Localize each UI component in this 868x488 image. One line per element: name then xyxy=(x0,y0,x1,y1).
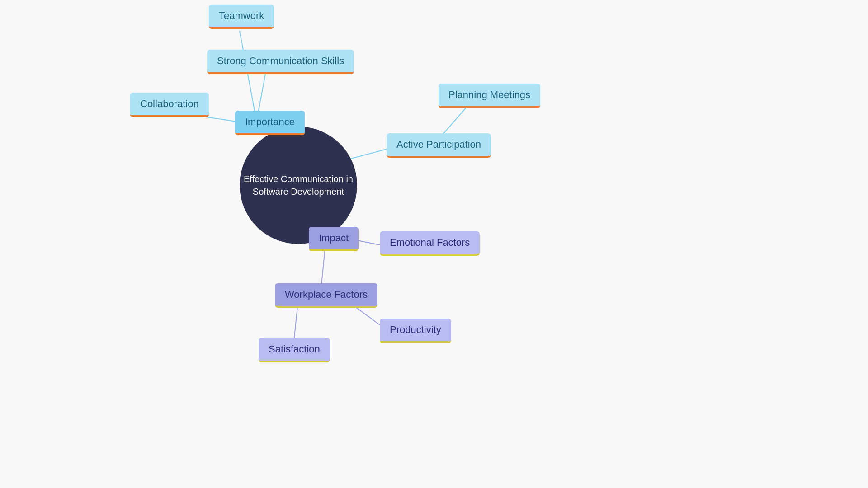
teamwork-node[interactable]: Teamwork xyxy=(209,5,274,29)
strong-communication-skills-node[interactable]: Strong Communication Skills xyxy=(207,50,354,74)
active-participation-node[interactable]: Active Participation xyxy=(387,133,491,158)
satisfaction-node[interactable]: Satisfaction xyxy=(259,338,330,362)
importance-node[interactable]: Importance xyxy=(235,111,305,135)
productivity-node[interactable]: Productivity xyxy=(380,319,451,343)
emotional-factors-node[interactable]: Emotional Factors xyxy=(380,231,480,256)
workplace-factors-node[interactable]: Workplace Factors xyxy=(275,283,377,308)
planning-meetings-node[interactable]: Planning Meetings xyxy=(439,84,540,108)
collaboration-node[interactable]: Collaboration xyxy=(130,93,209,117)
svg-line-2 xyxy=(258,67,267,115)
impact-node[interactable]: Impact xyxy=(309,227,359,251)
center-node: Effective Communication in Software Deve… xyxy=(240,127,357,244)
